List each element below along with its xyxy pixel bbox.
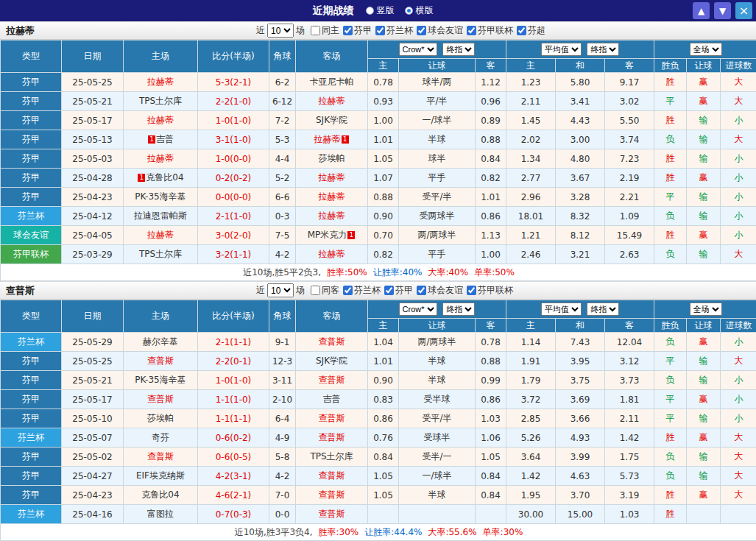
handicap-cell: 受两球半 (399, 207, 476, 226)
league-checkbox[interactable] (467, 26, 476, 35)
full-match-select[interactable]: 全场 (690, 303, 722, 316)
col-corner: 角球 (269, 300, 296, 333)
odds-away-cell: 0.84 (476, 467, 506, 486)
league-checkbox[interactable] (375, 26, 385, 35)
league-type-cell: 芬甲 (1, 352, 62, 371)
sub-col-avg-draw: 和 (556, 319, 605, 333)
odds-home-cell: 0.82 (368, 245, 399, 264)
corner-cell: 5-3 (269, 130, 296, 149)
avg-away-cell: 1.42 (605, 428, 654, 448)
score-cell: 2-1(1-1) (198, 333, 269, 352)
up-arrow-button[interactable]: ▲ (693, 2, 710, 19)
league-checkbox[interactable] (467, 286, 476, 295)
full-match-select[interactable]: 全场 (690, 43, 722, 56)
handicap-cell: 受半/一 (399, 448, 476, 467)
summary-part: 大率:40% (428, 267, 468, 277)
layout-horizontal-radio[interactable]: 横版 (405, 4, 434, 17)
league-filter[interactable]: 芬兰杯 (343, 284, 381, 297)
league-filter[interactable]: 芬兰杯 (375, 24, 413, 37)
down-arrow-button[interactable]: ▼ (714, 2, 731, 19)
league-checkbox[interactable] (311, 286, 320, 295)
wdl-result-cell: 负 (654, 371, 687, 390)
league-checkbox[interactable] (417, 26, 426, 35)
league-checkbox[interactable] (343, 286, 353, 295)
sub-col-handicap-result: 让球 (687, 59, 721, 73)
wdl-result-cell: 胜 (654, 169, 687, 188)
league-checkbox[interactable] (311, 26, 320, 35)
team-label: TPS土尔库 (139, 96, 182, 106)
away-team-cell: 卡亚尼卡帕 (296, 73, 368, 92)
league-filter[interactable]: 球会友谊 (417, 284, 463, 297)
avg-time-select[interactable]: 终指 (587, 303, 619, 316)
score-cell: 5-3(2-1) (198, 73, 269, 92)
league-filter[interactable]: 芬甲联杯 (467, 284, 513, 297)
odds-company-select[interactable]: Crow* (399, 43, 437, 56)
avg-source-select[interactable]: 平均值 (541, 303, 582, 316)
sub-col-goals: 进球数 (721, 59, 756, 73)
avg-away-cell: 1.09 (605, 207, 654, 226)
results-tbody-0: 芬甲25-05-25拉赫蒂5-3(2-1)6-2卡亚尼卡帕0.78球半/两1.1… (1, 73, 756, 264)
league-type-cell: 芬兰杯 (1, 207, 62, 226)
team-name: 查普斯 (6, 284, 35, 297)
match-count-select[interactable]: 10 (267, 24, 294, 38)
odds-company-select[interactable]: Crow* (399, 303, 437, 316)
avg-time-select[interactable]: 终指 (587, 43, 619, 56)
handicap-result-cell: 输 (687, 467, 721, 486)
odds-time-select[interactable]: 终指 (442, 43, 475, 56)
odds-home-cell: 1.07 (368, 169, 399, 188)
home-team-cell: 1克鲁比04 (124, 169, 198, 188)
odds-away-cell: 1.13 (476, 226, 506, 245)
handicap-result-cell: 赢 (687, 428, 721, 448)
match-count-select[interactable]: 10 (267, 283, 294, 297)
odds-away-cell: 0.86 (476, 390, 506, 409)
handicap-result-cell: 赢 (687, 226, 721, 245)
date-cell: 25-05-21 (62, 371, 124, 390)
avg-draw-cell: 3.66 (556, 409, 605, 428)
league-filter[interactable]: 芬超 (517, 24, 545, 37)
league-filter[interactable]: 芬甲联杯 (467, 24, 513, 37)
home-team-cell: 莎埃帕 (124, 409, 198, 428)
wdl-result-cell: 胜 (654, 505, 687, 524)
league-filter[interactable]: 芬甲 (343, 24, 372, 37)
handicap-result-cell: 赢 (687, 73, 721, 92)
team-label: 拉赫蒂 (319, 249, 345, 259)
league-checkbox[interactable] (343, 26, 353, 35)
team-label: 奇芬 (152, 432, 169, 442)
league-filter[interactable]: 同主 (311, 24, 339, 37)
avg-away-cell: 1.03 (605, 505, 654, 524)
goals-result-cell: 大 (721, 245, 756, 264)
date-cell: 25-04-16 (62, 505, 124, 524)
handicap-result-cell: 赢 (687, 390, 721, 409)
handicap-cell: 受平/半 (399, 409, 476, 428)
team-label: 查普斯 (319, 336, 345, 347)
league-filter[interactable]: 芬甲 (384, 284, 413, 297)
league-label: 芬甲联杯 (478, 284, 513, 297)
handicap-result-cell: 输 (687, 448, 721, 467)
avg-source-select[interactable]: 平均值 (541, 43, 582, 56)
league-checkbox[interactable] (384, 286, 394, 295)
score-cell: 4-2(3-1) (198, 467, 269, 486)
league-type-cell: 芬兰杯 (1, 333, 62, 352)
league-type-cell: 芬甲 (1, 169, 62, 188)
league-filter[interactable]: 同客 (311, 284, 339, 297)
team-label: 查普斯 (319, 509, 345, 519)
team-label: 吉普 (156, 134, 174, 144)
league-filter[interactable]: 球会友谊 (417, 24, 463, 37)
avg-home-cell: 2.96 (506, 188, 556, 207)
away-team-cell: 查普斯 (296, 505, 368, 524)
close-button[interactable]: × (735, 2, 752, 19)
league-checkbox[interactable] (417, 286, 426, 295)
wdl-result-cell: 平 (654, 352, 687, 371)
summary-part: 近10场,胜5平2负3, (243, 267, 321, 277)
match-row: 芬甲25-05-131吉普3-1(1-0)5-3拉赫蒂11.01半球0.882.… (1, 130, 756, 149)
layout-vertical-radio[interactable]: 竖版 (366, 4, 395, 17)
league-checkbox[interactable] (517, 26, 526, 35)
odds-home-cell: 0.84 (368, 448, 399, 467)
avg-draw-cell: 15.00 (556, 505, 605, 524)
corner-cell: 4-9 (269, 428, 296, 448)
wdl-result-cell: 负 (654, 448, 687, 467)
odds-time-select[interactable]: 终指 (442, 303, 475, 316)
odds-home-cell (368, 505, 399, 524)
corner-cell: 5-8 (269, 448, 296, 467)
avg-draw-cell: 7.43 (556, 333, 605, 352)
